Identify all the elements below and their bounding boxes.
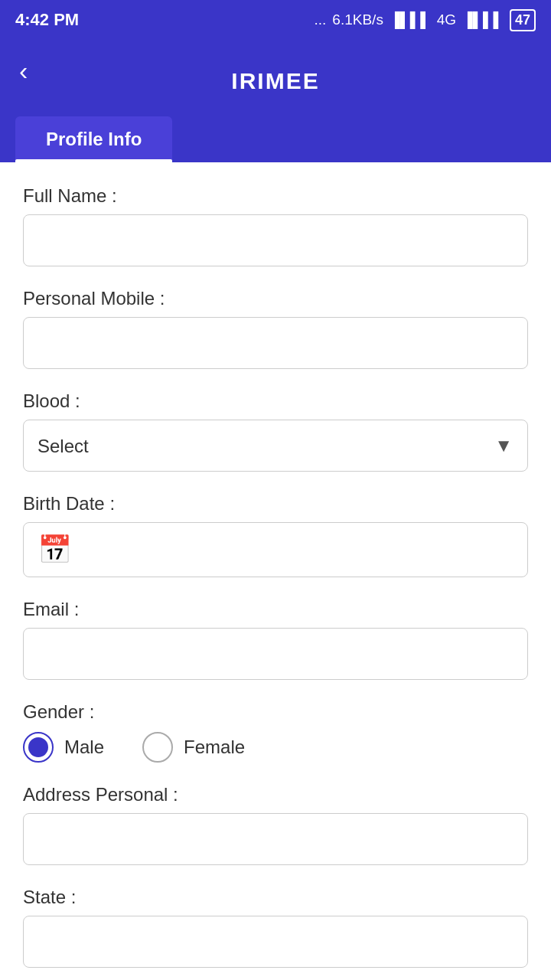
birth-date-group: Birth Date : 📅	[23, 493, 528, 577]
tab-bar: Profile Info	[0, 109, 551, 162]
gender-label: Gender :	[23, 701, 528, 723]
signal-icon-1: ▐▌▌▌	[390, 11, 431, 28]
gender-group: Gender : Male Female	[23, 701, 528, 763]
birth-date-label: Birth Date :	[23, 493, 528, 514]
email-input[interactable]	[23, 628, 528, 680]
signal-icon-2: ▐▌▌▌	[462, 11, 504, 28]
network-dots: ...	[315, 11, 327, 28]
blood-select-wrapper: Select A+ A- B+ B- AB+ AB- O+ O- ▼	[23, 420, 528, 472]
male-label: Male	[64, 737, 104, 758]
form-area: Full Name : Personal Mobile : Blood : Se…	[0, 162, 551, 980]
blood-select[interactable]: Select A+ A- B+ B- AB+ AB- O+ O-	[23, 420, 528, 472]
state-label: State :	[23, 887, 528, 908]
male-radio-button[interactable]	[23, 732, 54, 763]
status-time: 4:42 PM	[15, 10, 79, 30]
email-label: Email :	[23, 599, 528, 620]
email-group: Email :	[23, 599, 528, 680]
gender-female-option[interactable]: Female	[142, 732, 245, 763]
full-name-input[interactable]	[23, 214, 528, 266]
male-radio-inner	[28, 737, 48, 757]
back-button[interactable]: ‹	[15, 52, 31, 90]
network-speed: 6.1KB/s	[332, 11, 383, 28]
calendar-icon: 📅	[37, 534, 72, 566]
blood-group: Blood : Select A+ A- B+ B- AB+ AB- O+ O-…	[23, 390, 528, 472]
gender-male-option[interactable]: Male	[23, 732, 104, 763]
state-input[interactable]	[23, 916, 528, 968]
personal-mobile-input[interactable]	[23, 317, 528, 369]
full-name-label: Full Name :	[23, 185, 528, 207]
address-personal-input[interactable]	[23, 813, 528, 865]
address-personal-group: Address Personal :	[23, 784, 528, 865]
blood-label: Blood :	[23, 390, 528, 412]
female-radio-button[interactable]	[142, 732, 173, 763]
tab-profile-info[interactable]: Profile Info	[15, 116, 172, 162]
battery-indicator: 47	[510, 9, 536, 31]
birth-date-picker[interactable]: 📅	[23, 522, 528, 577]
personal-mobile-label: Personal Mobile :	[23, 288, 528, 309]
gender-radio-group: Male Female	[23, 732, 528, 763]
address-personal-label: Address Personal :	[23, 784, 528, 805]
personal-mobile-group: Personal Mobile :	[23, 288, 528, 369]
header: ‹ IRIMEE	[0, 40, 551, 109]
status-right: ... 6.1KB/s ▐▌▌▌ 4G ▐▌▌▌ 47	[315, 9, 536, 31]
app-title: IRIMEE	[231, 68, 319, 94]
full-name-group: Full Name :	[23, 185, 528, 266]
female-label: Female	[184, 737, 245, 758]
status-bar: 4:42 PM ... 6.1KB/s ▐▌▌▌ 4G ▐▌▌▌ 47	[0, 0, 551, 40]
network-type: 4G	[437, 11, 456, 28]
state-group: State :	[23, 887, 528, 968]
